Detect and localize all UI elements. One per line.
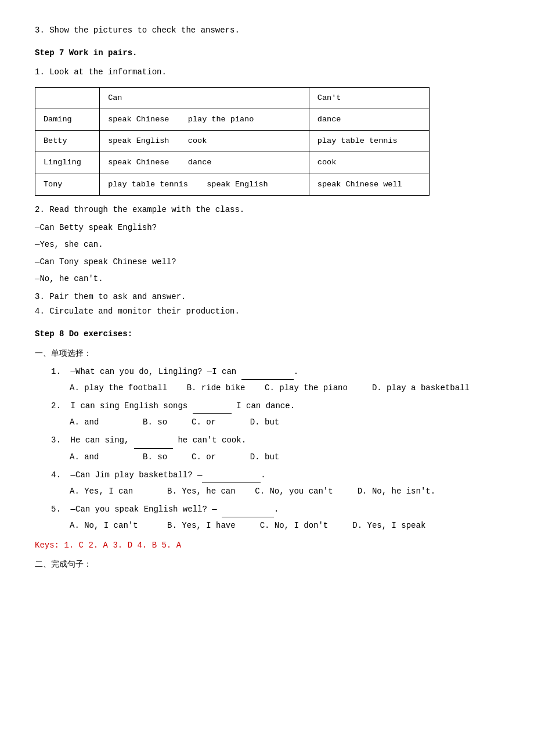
step7-item3: 3. Pair them to ask and answer. bbox=[35, 290, 499, 304]
exercise-3-text: 3. He can sing, he can't cook. bbox=[35, 433, 499, 448]
exercise-4-paren bbox=[35, 468, 51, 483]
table-cell-cant-daming: dance bbox=[309, 109, 429, 130]
dialog-line-2: —Yes, she can. bbox=[35, 237, 499, 252]
step3-section: 3. Show the pictures to check the answer… bbox=[35, 23, 499, 38]
table-cell-name: Betty bbox=[35, 131, 100, 152]
exercise-3-blank bbox=[134, 433, 173, 448]
table-cell-cant-tony: speak Chinese well bbox=[309, 174, 429, 195]
dialog-line-1: —Can Betty speak English? bbox=[35, 221, 499, 235]
table-cell-name: Lingling bbox=[35, 152, 100, 174]
section2-label: 二、完成句子： bbox=[35, 557, 499, 572]
step3-text: 3. Show the pictures to check the answer… bbox=[35, 23, 499, 38]
exercise-2-options: A. and B. so C. or D. but bbox=[70, 415, 499, 430]
exercise-1-options: A. play the football B. ride bike C. pla… bbox=[70, 381, 499, 395]
table-cell-cant: Can't bbox=[309, 87, 429, 109]
keys-line: Keys: 1. C 2. A 3. D 4. B 5. A bbox=[35, 538, 499, 553]
table-cell-cant-lingling: cook bbox=[309, 152, 429, 174]
exercise-4: 4. —Can Jim play basketball? — . A. Yes,… bbox=[35, 468, 499, 499]
exercise-2-blank bbox=[193, 399, 232, 414]
table-row-betty: Betty speak English cook play table tenn… bbox=[35, 131, 430, 152]
exercise-2: 2. I can sing English songs I can dance.… bbox=[35, 399, 499, 430]
section1-label: 一、单项选择： bbox=[35, 347, 499, 361]
dialog-line-4: —No, he can't. bbox=[35, 272, 499, 286]
exercise-2-paren bbox=[35, 399, 51, 413]
table-cell-can-daming: speak Chinese play the piano bbox=[100, 109, 309, 130]
exercise-1-paren bbox=[35, 365, 51, 379]
table-row-daming: Daming speak Chinese play the piano danc… bbox=[35, 109, 430, 130]
exercise-4-options: A. Yes, I can B. Yes, he can C. No, you … bbox=[70, 484, 499, 499]
table-cell-can-tony: play table tennis speak English bbox=[100, 174, 309, 195]
dialog-line-3: —Can Tony speak Chinese well? bbox=[35, 255, 499, 269]
step8-section: Step 8 Do exercises: 一、单项选择： 1. —What ca… bbox=[35, 327, 499, 572]
exercise-3: 3. He can sing, he can't cook. A. and B.… bbox=[35, 433, 499, 464]
exercise-5-paren bbox=[35, 502, 51, 517]
exercise-1-text: 1. —What can you do, Lingling? —I can . bbox=[35, 365, 499, 380]
exercise-5-blank bbox=[222, 502, 274, 517]
exercise-5-options: A. No, I can't B. Yes, I have C. No, I d… bbox=[70, 519, 499, 533]
step7-heading: Step 7 Work in pairs. bbox=[35, 46, 499, 60]
exercise-5-text: 5. —Can you speak English well? — . bbox=[35, 502, 499, 517]
step8-heading: Step 8 Do exercises: bbox=[35, 327, 499, 341]
table-cell-can: Can bbox=[100, 87, 309, 109]
exercise-3-paren bbox=[35, 433, 51, 448]
table-cell-can-lingling: speak Chinese dance bbox=[100, 152, 309, 174]
exercise-4-blank bbox=[202, 468, 261, 483]
exercise-3-options: A. and B. so C. or D. but bbox=[70, 450, 499, 465]
step7-item2: 2. Read through the example with the cla… bbox=[35, 203, 499, 217]
ability-table: Can Can't Daming speak Chinese play the … bbox=[35, 87, 430, 196]
exercise-1-blank bbox=[241, 365, 294, 380]
exercise-2-text: 2. I can sing English songs I can dance. bbox=[35, 399, 499, 414]
step7-item1: 1. Look at the information. bbox=[35, 65, 499, 80]
table-header-row: Can Can't bbox=[35, 87, 430, 109]
table-cell-name: Daming bbox=[35, 109, 100, 130]
step7-section: Step 7 Work in pairs. 1. Look at the inf… bbox=[35, 46, 499, 319]
table-row-tony: Tony play table tennis speak English spe… bbox=[35, 174, 430, 195]
exercise-5: 5. —Can you speak English well? — . A. N… bbox=[35, 502, 499, 533]
table-cell-cant-betty: play table tennis bbox=[309, 131, 429, 152]
step7-item4: 4. Circulate and monitor their productio… bbox=[35, 304, 499, 319]
dialog-block: —Can Betty speak English? —Yes, she can.… bbox=[35, 221, 499, 286]
exercise-4-text: 4. —Can Jim play basketball? — . bbox=[35, 468, 499, 483]
table-row-lingling: Lingling speak Chinese dance cook bbox=[35, 152, 430, 174]
table-cell bbox=[35, 87, 100, 109]
table-cell-name: Tony bbox=[35, 174, 100, 195]
table-cell-can-betty: speak English cook bbox=[100, 131, 309, 152]
exercise-1: 1. —What can you do, Lingling? —I can . … bbox=[35, 365, 499, 395]
